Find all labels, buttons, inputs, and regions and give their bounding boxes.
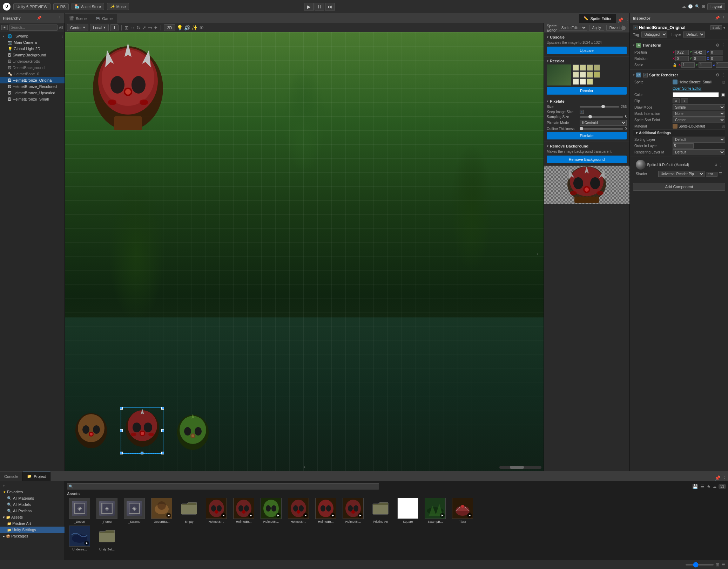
shader-select[interactable]: Universal Render Pip [658,171,705,177]
sidebar-all-models[interactable]: 🔍 All Models [0,501,65,508]
scene-center-btn[interactable]: Center ▾ [67,24,88,31]
se-outline-slider[interactable] [580,128,623,130]
tab-sprite-editor[interactable]: ✏️ Sprite Editor [579,14,616,23]
muse-btn[interactable]: ✨ Muse [107,3,129,10]
swatch-5[interactable] [573,71,579,78]
asset-store-btn[interactable]: 🏪 Asset Store [72,3,104,10]
swatch-7[interactable] [587,71,593,78]
tab-console[interactable]: Console [0,472,23,481]
assets-filter-btn[interactable]: ☰ [700,484,705,489]
rs-btn[interactable]: ● RS [53,3,69,10]
sprite-renderer-settings[interactable]: ⚙ [716,73,720,77]
asset-helmet-5[interactable]: ▶ HelmetBr... [313,498,338,523]
tag-select[interactable]: Untagged [641,32,667,37]
selection-handle-tr[interactable] [161,407,164,410]
asset-square[interactable]: Square [395,498,420,523]
sprite-editor-dropdown[interactable]: Sprite Editor [559,25,587,31]
scene-helmet-center-selected[interactable] [121,408,163,453]
sorting-layer-select[interactable]: Default [673,137,725,143]
sprite-renderer-more[interactable]: ⋮ [721,73,725,77]
bottom-more[interactable]: ⋮ [722,475,727,481]
hierarchy-item-swamp-bg[interactable]: 🖼 SwampBackground [0,52,65,58]
scene-light-btn[interactable]: 💡 [177,25,183,30]
flip-y-btn[interactable]: Y [681,98,688,103]
hierarchy-item-bronze-small[interactable]: 🖼 HelmetBronze_Small [0,96,65,102]
shader-edit-btn[interactable]: Edit... [706,172,717,177]
transform-header[interactable]: ▾ ⊕ Transform ⚙ ⋮ [633,41,725,49]
inspector-pin[interactable]: 📌 [715,16,720,20]
sprite-renderer-checkbox[interactable]: ✓ [643,73,648,77]
hierarchy-add-btn[interactable]: + [1,25,8,30]
layer-select[interactable]: Default [683,32,705,37]
selection-handle-tl[interactable] [120,407,123,410]
asset-desert-ba[interactable]: ▶ DesertBa... [149,498,174,523]
layout-btn[interactable]: Layout [707,3,725,10]
swatch-6[interactable] [580,71,586,78]
pos-z-input[interactable] [710,50,723,55]
asset-swamp[interactable]: ◈ _Swamp [122,498,147,523]
material-target[interactable]: ◎ [722,124,725,128]
assets-save-btn[interactable]: 💾 [692,484,698,489]
asset-pristine-art[interactable]: Pristine Art [368,498,393,523]
scene-rotate-btn[interactable]: ↻ [136,25,141,30]
selection-handle-ml[interactable] [120,429,123,432]
rot-x-input[interactable] [675,56,689,61]
inspector-more[interactable]: ⋮ [721,16,725,20]
sidebar-all-materials[interactable]: 🔍 All Materials [0,495,65,501]
scene-grid-btn[interactable]: ⊞ [124,25,129,30]
transform-more[interactable]: ⋮ [721,43,725,48]
tab-game[interactable]: 🎮 Game [91,14,117,23]
asset-desert[interactable]: ◈ _Desert [67,498,92,523]
assets-star-btn[interactable]: ★ [707,484,711,489]
play-button[interactable]: ▶ [304,3,314,11]
scene-scrollbar-h[interactable] [499,466,541,469]
scene-rect-btn[interactable]: ▭ [148,25,152,30]
asset-helmet-3[interactable]: ▶ HelmetBr... [258,498,284,523]
scene-step-btn[interactable]: 1 [110,24,119,31]
selection-handle-bl[interactable] [120,452,123,454]
sprite-target-icon[interactable]: ◎ [722,80,725,84]
hierarchy-item-bronze-original[interactable]: 🖼 HelmetBronze_Original [0,77,65,83]
se-pixelate-btn[interactable]: Pixelate [547,132,627,139]
color-eyedropper[interactable]: 🔲 [721,93,725,97]
pause-button[interactable]: ⏸ [315,3,324,11]
sidebar-pristine-art[interactable]: 📁 Pristine Art [0,520,65,527]
asset-helmet-6[interactable]: ▶ HelmetBr... [341,498,366,523]
obj-static-dropdown[interactable]: ▾ [723,26,725,30]
sidebar-favorites[interactable]: ★ Favorites [0,489,65,495]
asset-tiara[interactable]: ▶ Tiara [450,498,475,523]
scene-local-btn[interactable]: Local ▾ [90,24,109,31]
asset-helmet-4[interactable]: ▶ HelmetBr... [286,498,311,523]
hierarchy-item-global-light[interactable]: 💡 Global Light 2D [0,46,65,52]
order-in-layer-input[interactable] [673,143,694,149]
mask-interaction-select[interactable]: None [673,111,725,117]
material-more-icon[interactable]: ⋮ [719,163,722,167]
sprite-editor-revert-btn[interactable]: Revert [606,25,623,31]
asset-swamp-b[interactable]: ▶ SwampB... [423,498,448,523]
scene-viewport[interactable]: › › [65,32,544,471]
se-keep-size-checkbox[interactable]: ✓ [580,110,584,114]
material-settings-icon[interactable]: ⚙ [714,163,717,167]
step-button[interactable]: ⏭ [325,3,335,11]
sidebar-packages[interactable]: ▸ 📦 Packages [0,533,65,539]
center-area-pin[interactable]: 📌 [618,18,623,23]
tab-scene[interactable]: 🎬 Scene [65,14,91,23]
sidebar-assets-header[interactable]: ▾ 📁 Assets [0,514,65,520]
se-upscale-btn[interactable]: Upscale [547,47,627,54]
tab-project[interactable]: 📁 Project [23,472,50,481]
se-pixelate-mode-select[interactable]: KCentroid [580,120,627,126]
transform-settings[interactable]: ⚙ [716,43,720,48]
selection-handle-br[interactable] [161,452,164,454]
hierarchy-item-bronze-recolored[interactable]: 🖼 HelmetBronze_Recolored [0,83,65,90]
hierarchy-item-desert[interactable]: 🖼 DesertBackground [0,64,65,71]
scale-z-input[interactable] [716,62,728,68]
sprite-renderer-header[interactable]: ▾ ⬡ ✓ Sprite Renderer ⚙ ⋮ [633,71,725,79]
scene-scale-btn[interactable]: ⤢ [142,25,146,30]
asset-empty-folder[interactable]: Empty [176,498,202,523]
hierarchy-search[interactable] [9,25,58,31]
selection-handle-bc[interactable] [141,452,143,454]
scene-scroll-down[interactable]: › [304,465,306,469]
swatch-8[interactable] [594,71,600,78]
scale-y-input[interactable] [699,62,712,68]
zoom-slider[interactable] [686,564,714,565]
